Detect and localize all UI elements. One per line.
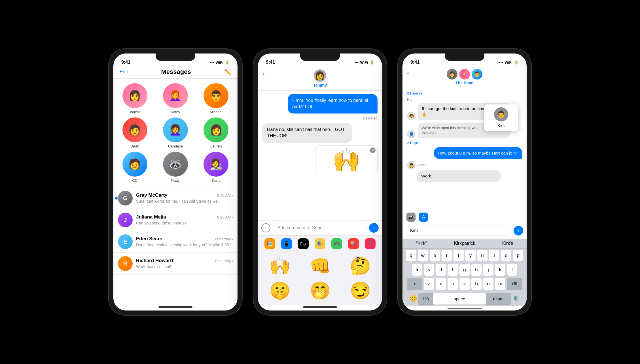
key-s[interactable]: s: [424, 264, 434, 276]
avatar-karla: 👩‍🎨: [204, 152, 228, 177]
input-row-2: › Add comment or Send ↑: [258, 220, 382, 235]
key-u[interactable]: u: [477, 250, 488, 262]
back-button-2[interactable]: ‹: [262, 70, 264, 77]
contact-info-2: 👩 Tammy: [313, 69, 327, 87]
key-j[interactable]: j: [483, 264, 493, 276]
music-tool[interactable]: 🎵: [365, 238, 376, 249]
memoji-cell-2[interactable]: 👊: [300, 254, 340, 278]
key-l[interactable]: l: [507, 264, 517, 276]
key-h[interactable]: h: [471, 264, 482, 276]
key-k[interactable]: k: [495, 264, 505, 276]
key-f[interactable]: f: [448, 264, 458, 276]
key-e[interactable]: e: [430, 250, 440, 262]
key-m[interactable]: m: [495, 278, 505, 290]
tammy-name[interactable]: Tammy: [313, 83, 327, 87]
group-name[interactable]: The Band: [455, 81, 474, 85]
memoji-cell-4[interactable]: 🤫: [260, 279, 299, 302]
message-input-2[interactable]: Add comment or Send: [273, 223, 367, 233]
contact-michael[interactable]: 👨 Michael: [198, 83, 235, 114]
avatar-lauren: 👩: [204, 117, 228, 142]
contact-patty[interactable]: 🦝 Patty: [157, 152, 194, 183]
appstore-icon[interactable]: A: [419, 213, 428, 222]
key-z[interactable]: z: [424, 278, 434, 290]
contact-janelle[interactable]: 👩 Janelle: [116, 83, 153, 114]
send-button-2[interactable]: ↑: [369, 223, 379, 233]
ac-word-1[interactable]: "Kirk": [416, 241, 427, 246]
contact-karla[interactable]: 👩‍🎨 Karla: [198, 152, 235, 183]
key-c[interactable]: c: [448, 278, 458, 290]
replies-tag-1[interactable]: 2 Replies: [407, 91, 522, 95]
contact-kathy[interactable]: 👩‍🦰 Kathy: [157, 83, 194, 114]
msg-row-eden[interactable]: E Eden Sears Yesterday › Does Wednesday …: [113, 231, 238, 253]
key-emoji[interactable]: 😊: [408, 293, 418, 305]
search-tool[interactable]: 🔍: [348, 238, 359, 249]
avatar-dean: 🧑: [122, 117, 147, 142]
message-input-3[interactable]: Kirk: [406, 226, 511, 236]
memoji-cell-5[interactable]: 🤭: [300, 279, 340, 302]
msg-row-richard[interactable]: R Richard Howarth Yesterday › Wow, that'…: [113, 253, 238, 275]
alexis-work-bubble: Work: [407, 170, 522, 182]
key-o[interactable]: o: [501, 250, 511, 262]
msg-content-gray: Gray McCarty 9:40 AM › Sure, that works …: [136, 192, 233, 204]
contact-dean[interactable]: 🧑 Dean: [116, 117, 153, 148]
wifi-icon: WiFi: [216, 60, 223, 65]
memoji-display: 🙌: [318, 149, 374, 171]
memoji-cell-1[interactable]: 🙌: [260, 254, 299, 278]
key-g[interactable]: g: [459, 264, 470, 276]
photos-tool[interactable]: 🖼️: [264, 238, 275, 249]
wifi-icon-2: WiFi: [360, 60, 368, 65]
back-button-3[interactable]: ‹: [407, 70, 409, 77]
time-2: 9:41: [266, 60, 275, 65]
alexis-sender: Alexis: [417, 163, 426, 167]
key-r[interactable]: r: [442, 250, 452, 262]
contact-candace[interactable]: 👩‍🦱 Candace: [157, 117, 194, 148]
autocomplete-popup[interactable]: 👨 Kirk: [484, 104, 518, 131]
memoji-tool[interactable]: 🎭: [315, 238, 325, 249]
key-v[interactable]: v: [459, 278, 470, 290]
appstore-tool[interactable]: 📱: [281, 238, 292, 249]
edit-button[interactable]: Edit: [120, 69, 128, 75]
key-shift[interactable]: ⇧: [407, 278, 422, 290]
contact-cc[interactable]: 🧑 CC: [116, 152, 153, 183]
unread-indicator: [115, 197, 118, 200]
replies-tag-2[interactable]: 2 Replies: [407, 141, 522, 145]
key-space[interactable]: space: [433, 293, 486, 305]
alexis-row: 👩 Alexis: [407, 161, 522, 170]
out-bubble-1: How about 8 p.m. so maybe Hart can join?: [434, 147, 522, 159]
key-mic[interactable]: 🎙️: [511, 293, 521, 305]
key-d[interactable]: d: [436, 264, 446, 276]
memoji-cell-6[interactable]: 😏: [341, 279, 380, 302]
key-y[interactable]: y: [465, 250, 476, 262]
delivered-status: Delivered: [363, 116, 378, 120]
key-i[interactable]: i: [489, 250, 499, 262]
contact-lauren[interactable]: 👩 Lauren: [198, 117, 235, 148]
ac-word-2[interactable]: Kirkpatrick: [454, 241, 475, 246]
key-a[interactable]: a: [412, 264, 422, 276]
memoji-cell-3[interactable]: 🤔: [341, 254, 380, 278]
alexis-msg-group: 👩 Alexis Work: [407, 161, 522, 182]
key-b[interactable]: b: [471, 278, 482, 290]
contact-name-karla: Karla: [212, 178, 220, 183]
applepay-tool[interactable]: Pay: [298, 238, 309, 249]
key-123[interactable]: 123: [418, 293, 433, 305]
key-w[interactable]: w: [418, 250, 428, 262]
key-n[interactable]: n: [483, 278, 493, 290]
msg-top-richard: Richard Howarth Yesterday ›: [136, 258, 233, 264]
key-q[interactable]: q: [406, 250, 416, 262]
key-x[interactable]: x: [436, 278, 446, 290]
key-p[interactable]: p: [513, 250, 523, 262]
msg-row-gray[interactable]: G Gray McCarty 9:40 AM › Sure, that work…: [113, 187, 238, 209]
ac-word-3[interactable]: Kirk's: [502, 241, 513, 246]
key-return[interactable]: return: [486, 293, 511, 305]
key-t[interactable]: t: [453, 250, 464, 262]
expand-button[interactable]: ›: [261, 223, 270, 232]
msg-content-juliana: Juliana Mejia 8:25 AM › Can you send tho…: [136, 214, 233, 226]
camera-icon[interactable]: 📷: [406, 213, 416, 222]
key-backspace[interactable]: ⌫: [507, 278, 522, 290]
send-button-3[interactable]: ↑: [514, 226, 523, 235]
memoji-close-button[interactable]: ✕: [370, 147, 376, 153]
msg-name-juliana: Juliana Mejia: [136, 214, 166, 220]
compose-button[interactable]: ✏️: [224, 68, 231, 75]
msg-row-juliana[interactable]: J Juliana Mejia 8:25 AM › Can you send t…: [113, 209, 238, 231]
gamepigeon-tool[interactable]: 🎮: [331, 238, 342, 249]
